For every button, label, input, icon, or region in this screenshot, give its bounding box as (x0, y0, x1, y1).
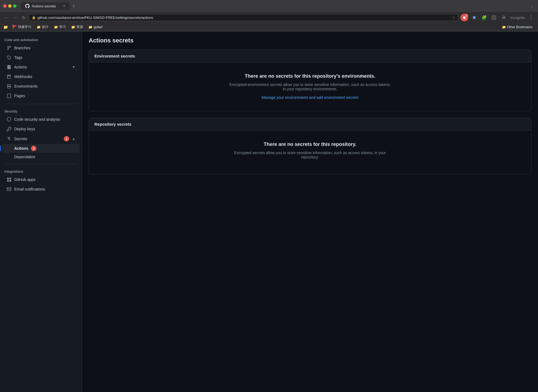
repo-secrets-empty-title: There are no secrets for this repository… (96, 142, 525, 147)
pages-icon (7, 93, 11, 98)
sidebar-item-secrets-label: Secrets (14, 137, 61, 141)
secrets-badge: 1 (64, 136, 69, 142)
webhooks-icon (7, 74, 11, 79)
lock-icon: 🔒 (32, 16, 36, 19)
back-button[interactable]: ← (3, 14, 10, 21)
sidebar-item-branches-label: Branches (14, 46, 75, 50)
repo-secrets-section-body: There are no secrets for this repository… (89, 131, 531, 174)
environments-icon (7, 84, 11, 89)
sidebar-item-secrets[interactable]: Secrets 1 ▲ (2, 134, 80, 144)
other-bookmarks-folder-icon: 📁 (502, 25, 506, 29)
forward-button[interactable]: → (12, 14, 19, 21)
github-logo-icon (25, 4, 30, 8)
sidebar-section-code-automation: Code and automation (0, 36, 82, 43)
traffic-light-yellow[interactable] (8, 4, 11, 8)
env-secrets-section-header: Environment secrets (89, 50, 531, 62)
bookmark-folder-guitar-icon: 📁 (88, 25, 92, 29)
sidebar-item-actions[interactable]: Actions ▼ (2, 62, 80, 72)
traffic-light-red[interactable] (3, 4, 7, 8)
sidebar-item-github-apps[interactable]: GitHub apps (2, 175, 80, 184)
bookmark-sheji-label: 设计 (42, 25, 48, 29)
sidebar-item-webhooks[interactable]: Webhooks (2, 72, 80, 81)
bookmark-kuaisu[interactable]: 🚩 快速学习 (10, 24, 33, 30)
split-view-button[interactable] (490, 14, 498, 21)
repo-secrets-section: Repository secrets There are no secrets … (89, 118, 531, 174)
actions-subitem-badge: 2 (31, 146, 36, 151)
asterisk-icon (7, 136, 11, 141)
bookmark-guitar[interactable]: 📁 guitar! (86, 25, 105, 30)
sidebar-item-pages-label: Pages (14, 94, 75, 98)
email-icon (7, 187, 11, 192)
sidebar-divider-2 (4, 164, 77, 164)
new-tab-button[interactable]: + (70, 3, 77, 9)
sidebar-item-webhooks-label: Webhooks (14, 74, 75, 79)
app-container: Code and automation Branches Tags Action… (0, 31, 538, 392)
sidebar-item-pages[interactable]: Pages (2, 91, 80, 100)
sidebar-subitem-actions[interactable]: Actions 2 (2, 144, 80, 153)
sidebar-item-deploy-keys[interactable]: Deploy keys (2, 124, 80, 134)
url-text: github.com/xiaotianxt-archive/PKU-SIMSO-… (37, 16, 450, 20)
secrets-chevron-icon: ▲ (72, 137, 75, 141)
repo-secrets-section-header: Repository secrets (89, 118, 531, 131)
sidebar-item-environments-label: Environments (14, 84, 75, 88)
bookmarks-folder-icon: 📁 (3, 25, 8, 29)
sidebar: Code and automation Branches Tags Action… (0, 31, 82, 392)
traffic-lights (3, 4, 16, 8)
sidebar-section-integrations: Integrations (0, 168, 82, 175)
sidebar-item-tags-label: Tags (14, 55, 75, 60)
sidebar-item-code-security[interactable]: Code security and analysis (2, 115, 80, 124)
sidebar-item-email-notifications[interactable]: Email notifications (2, 185, 80, 194)
extension-puzzle-button[interactable]: 🧩 (480, 14, 488, 21)
bookmark-folder-sheji-icon: 📁 (37, 25, 41, 29)
sidebar-subitem-dependabot-label: Dependabot (14, 155, 35, 159)
bookmark-star-icon[interactable]: ☆ (452, 15, 455, 20)
incognito-button[interactable] (500, 14, 508, 21)
sidebar-item-email-notifications-label: Email notifications (14, 187, 75, 191)
incognito-label: Incognito (510, 16, 525, 20)
tab-close-button[interactable]: ✕ (63, 4, 66, 8)
extension-cam-button[interactable]: 1 (461, 14, 468, 21)
extension-1password-button[interactable]: 1 (470, 14, 478, 21)
bookmark-ziyuan-label: 资源 (76, 25, 83, 29)
window-menu-button[interactable]: ⌄ (529, 3, 535, 9)
manage-environments-link[interactable]: Manage your environments and add environ… (262, 95, 358, 100)
menu-dots-button[interactable] (527, 14, 535, 21)
notification-badge: 1 (464, 14, 468, 18)
sidebar-item-environments[interactable]: Environments (2, 82, 80, 91)
sidebar-item-tags[interactable]: Tags (2, 53, 80, 62)
sidebar-subitem-actions-label: Actions (14, 146, 28, 151)
sidebar-subitem-dependabot[interactable]: Dependabot (2, 153, 80, 161)
browser-action-buttons: 1 1 🧩 Incognito (461, 14, 535, 21)
bookmark-xuexi[interactable]: 📁 学习 (52, 24, 68, 30)
sidebar-item-actions-label: Actions (14, 65, 69, 69)
bookmark-folder-xuexi-icon: 📁 (54, 25, 58, 29)
bookmark-sheji[interactable]: 📁 设计 (34, 24, 51, 30)
svg-text:1: 1 (474, 16, 475, 19)
browser-toolbar: ← → ↻ 🔒 github.com/xiaotianxt-archive/PK… (0, 12, 538, 23)
bookmarks-bar: 📁 🚩 快速学习 📁 设计 📁 学习 📁 资源 📁 guitar! 📁 Othe… (0, 23, 538, 31)
env-secrets-section: Environment secrets There are no secrets… (89, 50, 531, 111)
key-icon (7, 126, 11, 131)
repo-secrets-empty-desc: Encrypted secrets allow you to store sen… (228, 151, 392, 159)
sidebar-item-branches[interactable]: Branches (2, 43, 80, 53)
bookmark-folder-ziyuan-icon: 📁 (71, 25, 75, 29)
env-secrets-empty-desc: Encrypted environment secrets allow you … (228, 82, 392, 91)
env-secrets-section-body: There are no secrets for this repository… (89, 62, 531, 111)
sidebar-item-deploy-keys-label: Deploy keys (14, 127, 75, 131)
bookmark-guitar-label: guitar! (94, 25, 103, 29)
bookmark-flag-icon: 🚩 (12, 25, 17, 29)
svg-point-7 (531, 17, 531, 18)
address-bar[interactable]: 🔒 github.com/xiaotianxt-archive/PKU-SIMS… (29, 14, 458, 21)
other-bookmarks[interactable]: 📁 Other Bookmarks (500, 25, 535, 30)
browser-tab-active[interactable]: Actions secrets ✕ (21, 2, 70, 10)
sidebar-divider-1 (4, 104, 77, 104)
bookmark-ziyuan[interactable]: 📁 资源 (69, 24, 85, 30)
svg-point-6 (531, 16, 531, 16)
tab-bar: Actions secrets ✕ + (21, 2, 527, 10)
sidebar-section-security: Security (0, 107, 82, 114)
reload-button[interactable]: ↻ (21, 14, 27, 21)
traffic-light-green[interactable] (13, 4, 16, 8)
browser-titlebar: Actions secrets ✕ + ⌄ (0, 0, 538, 12)
sidebar-item-code-security-label: Code security and analysis (14, 117, 75, 122)
other-bookmarks-label: Other Bookmarks (507, 25, 533, 29)
